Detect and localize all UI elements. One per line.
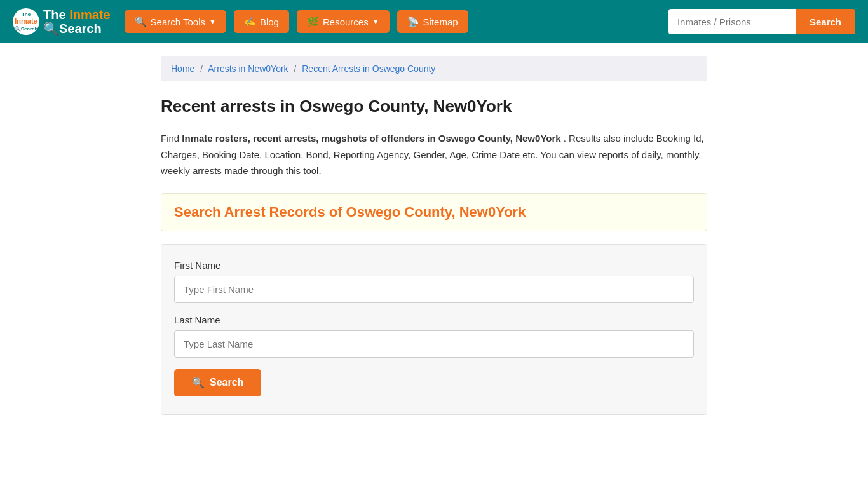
search-tools-label: Search Tools <box>151 17 205 27</box>
site-header: TheInmate🔍Search The Inmate🔍Search 🔍 Sea… <box>0 0 868 43</box>
breadcrumb-current: Recent Arrests in Oswego County <box>302 64 435 74</box>
logo[interactable]: TheInmate🔍Search The Inmate🔍Search <box>13 8 111 36</box>
resources-label: Resources <box>323 17 369 27</box>
search-tools-button[interactable]: 🔍 Search Tools ▼ <box>125 10 226 33</box>
header-search-input[interactable] <box>668 9 796 34</box>
last-name-label: Last Name <box>174 315 694 325</box>
breadcrumb-arrests[interactable]: Arrests in New0York <box>208 64 288 74</box>
sitemap-icon: 📡 <box>407 16 419 27</box>
sitemap-label: Sitemap <box>423 17 458 27</box>
search-section-title: Search Arrest Records of Oswego County, … <box>174 204 694 220</box>
breadcrumb-sep-1: / <box>200 64 203 74</box>
search-submit-label: Search <box>210 377 243 388</box>
desc-bold: Inmate rosters, recent arrests, mugshots… <box>182 133 560 144</box>
resources-icon: 🌿 <box>307 16 319 27</box>
breadcrumb: Home / Arrests in New0York / Recent Arre… <box>161 56 707 81</box>
resources-arrow-icon: ▼ <box>372 18 379 25</box>
breadcrumb-sep-2: / <box>294 64 296 74</box>
first-name-input[interactable] <box>174 276 694 303</box>
page-title: Recent arrests in Oswego County, New0Yor… <box>161 97 707 116</box>
blog-button[interactable]: ✍ Blog <box>234 10 289 33</box>
breadcrumb-home[interactable]: Home <box>171 64 194 74</box>
arrest-search-form: First Name Last Name 🔍 Search <box>161 244 707 415</box>
blog-icon: ✍ <box>244 16 256 27</box>
logo-text: The Inmate🔍Search <box>43 8 111 36</box>
search-submit-button[interactable]: 🔍 Search <box>174 369 261 396</box>
header-search-button[interactable]: Search <box>796 9 855 34</box>
desc-intro: Find <box>161 133 182 144</box>
logo-icon: TheInmate🔍Search <box>13 8 39 35</box>
search-submit-icon: 🔍 <box>192 377 205 389</box>
header-search: Search <box>668 9 855 34</box>
last-name-input[interactable] <box>174 330 694 358</box>
first-name-label: First Name <box>174 260 694 271</box>
search-tools-icon: 🔍 <box>135 16 147 27</box>
sitemap-button[interactable]: 📡 Sitemap <box>397 10 468 33</box>
search-tools-arrow-icon: ▼ <box>209 18 216 25</box>
main-content: Home / Arrests in New0York / Recent Arre… <box>148 43 720 428</box>
page-description: Find Inmate rosters, recent arrests, mug… <box>161 130 707 179</box>
blog-label: Blog <box>260 17 279 27</box>
search-section-header: Search Arrest Records of Oswego County, … <box>161 193 707 231</box>
last-name-group: Last Name <box>174 315 694 358</box>
first-name-group: First Name <box>174 260 694 303</box>
resources-button[interactable]: 🌿 Resources ▼ <box>297 10 390 33</box>
